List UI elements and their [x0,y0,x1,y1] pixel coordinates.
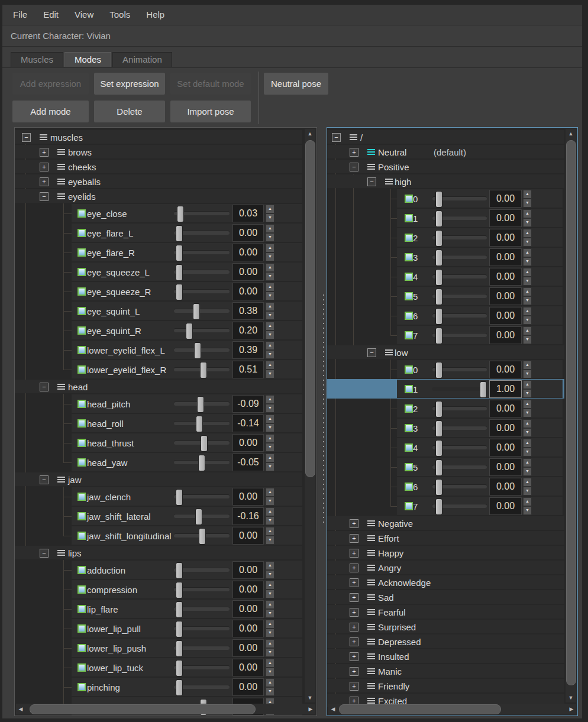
spin-up-icon[interactable]: ▲ [266,581,274,590]
collapse-icon[interactable]: − [40,475,49,484]
value-spinbox[interactable]: 0.00 [232,224,264,242]
muscle-tree-row-eye_squeeze_r[interactable]: eye_squeeze_R0.00▲▼ [15,281,316,301]
tab-animation[interactable]: Animation [112,52,172,67]
value-spinbox[interactable]: 0.39 [232,341,264,359]
spin-up-icon[interactable]: ▲ [266,322,274,331]
value-slider[interactable] [174,225,230,241]
spin-down-icon[interactable]: ▼ [523,448,532,456]
mode-tree-row-_[interactable]: −/ [327,129,577,144]
spin-up-icon[interactable]: ▲ [266,415,274,423]
value-slider[interactable] [432,308,487,323]
spin-down-icon[interactable]: ▼ [266,516,274,525]
menu-item-view[interactable]: View [75,5,93,25]
spin-down-icon[interactable]: ▼ [266,462,274,471]
spin-up-icon[interactable]: ▲ [523,419,532,428]
spin-up-icon[interactable]: ▲ [523,248,532,257]
muscle-checkbox[interactable] [77,400,86,408]
slider-handle[interactable] [176,601,183,618]
drag-handle-icon[interactable] [57,477,65,483]
menu-item-file[interactable]: File [13,5,27,25]
spin-up-icon[interactable]: ▲ [266,639,274,648]
slider-handle[interactable] [196,416,203,432]
spin-down-icon[interactable]: ▼ [523,370,532,378]
scroll-left-icon[interactable]: ◀ [16,704,25,714]
slider-handle[interactable] [435,420,442,437]
spin-down-icon[interactable]: ▼ [266,648,274,657]
mode-tree-row-2[interactable]: 20.00▲▼ [327,399,577,418]
value-slider[interactable] [174,435,230,451]
drag-handle-icon[interactable] [367,520,375,526]
drag-handle-icon[interactable] [367,683,375,689]
value-slider[interactable] [432,191,487,206]
muscle-checkbox[interactable] [405,443,413,452]
value-spinbox[interactable]: 0.00 [232,620,264,637]
scroll-right-icon[interactable]: ▶ [306,704,315,714]
expand-icon[interactable]: + [350,608,358,617]
muscle-tree-row-head[interactable]: −head [15,379,316,394]
spin-down-icon[interactable]: ▼ [266,570,274,579]
muscle-tree-row-eye_squint_l[interactable]: eye_squint_L0.38▲▼ [15,301,316,320]
slider-track[interactable] [174,309,230,313]
value-slider[interactable] [174,323,230,338]
mode-tree-row-neutral[interactable]: +Neutral(default) [327,144,577,159]
slider-track[interactable] [174,348,230,352]
mode-tree-row-0[interactable]: 00.00▲▼ [327,360,577,379]
slider-handle[interactable] [435,230,442,247]
muscle-checkbox[interactable] [77,326,86,335]
spin-up-icon[interactable]: ▲ [523,326,532,335]
spin-up-icon[interactable]: ▲ [523,478,532,487]
expand-icon[interactable]: + [350,519,358,528]
mode-tree-row-6[interactable]: 60.00▲▼ [327,306,577,325]
slider-handle[interactable] [186,323,193,339]
mode-tree-row-4[interactable]: 40.00▲▼ [327,267,577,286]
drag-handle-icon[interactable] [367,149,375,155]
value-slider[interactable] [174,489,230,504]
slider-handle[interactable] [435,250,442,266]
vertical-scroll-thumb[interactable] [305,140,315,477]
value-slider[interactable] [432,498,487,514]
spin-down-icon[interactable]: ▼ [266,423,274,432]
value-spinbox[interactable]: 0.00 [489,361,522,378]
value-slider[interactable] [174,245,230,260]
collapse-icon[interactable]: − [22,133,31,142]
spin-up-icon[interactable]: ▲ [266,224,274,233]
set-expression-button[interactable]: Set expression [94,73,165,95]
value-spinbox[interactable]: 0.00 [489,497,522,515]
spin-up-icon[interactable]: ▲ [523,190,532,199]
value-spinbox[interactable]: 0.00 [232,527,264,545]
muscle-checkbox[interactable] [405,214,413,222]
drag-handle-icon[interactable] [367,550,375,556]
slider-handle[interactable] [199,528,206,545]
mode-tree-row-friendly[interactable]: +Friendly [327,678,577,693]
spin-down-icon[interactable]: ▼ [266,668,274,676]
muscle-tree-row-muscles[interactable]: −muscles [15,129,316,144]
value-spinbox[interactable]: -0.09 [232,395,264,413]
value-spinbox[interactable]: 0.00 [489,478,522,496]
value-spinbox[interactable]: -0.05 [232,454,264,471]
mode-tree-row-negative[interactable]: +Negative [327,516,577,530]
muscle-checkbox[interactable] [77,419,86,428]
expand-icon[interactable]: + [350,148,358,157]
expand-icon[interactable]: + [40,163,49,171]
value-slider[interactable] [174,303,230,319]
collapse-icon[interactable]: − [367,177,376,186]
value-spinbox[interactable]: 0.00 [232,659,264,676]
muscle-checkbox[interactable] [77,683,86,691]
spin-up-icon[interactable]: ▲ [266,283,274,292]
spin-up-icon[interactable]: ▲ [266,395,274,404]
value-spinbox[interactable]: 0.00 [232,678,264,696]
mode-tree-row-3[interactable]: 30.00▲▼ [327,418,577,438]
value-spinbox[interactable]: 0.38 [232,302,264,320]
spin-up-icon[interactable]: ▲ [266,600,274,609]
muscle-tree-row-adduction[interactable]: adduction0.00▲▼ [15,560,316,579]
value-spinbox[interactable]: 0.00 [489,400,522,417]
value-spinbox[interactable]: 0.00 [232,488,264,506]
muscle-checkbox[interactable] [77,287,86,296]
spin-down-icon[interactable]: ▼ [266,443,274,452]
muscle-tree-row-compression[interactable]: compression0.00▲▼ [15,579,316,599]
muscle-checkbox[interactable] [405,253,413,261]
spin-up-icon[interactable]: ▲ [266,361,274,370]
mode-tree-row-1[interactable]: 10.00▲▼ [327,208,577,228]
drag-handle-icon[interactable] [57,149,65,155]
drag-handle-icon[interactable] [367,579,375,585]
